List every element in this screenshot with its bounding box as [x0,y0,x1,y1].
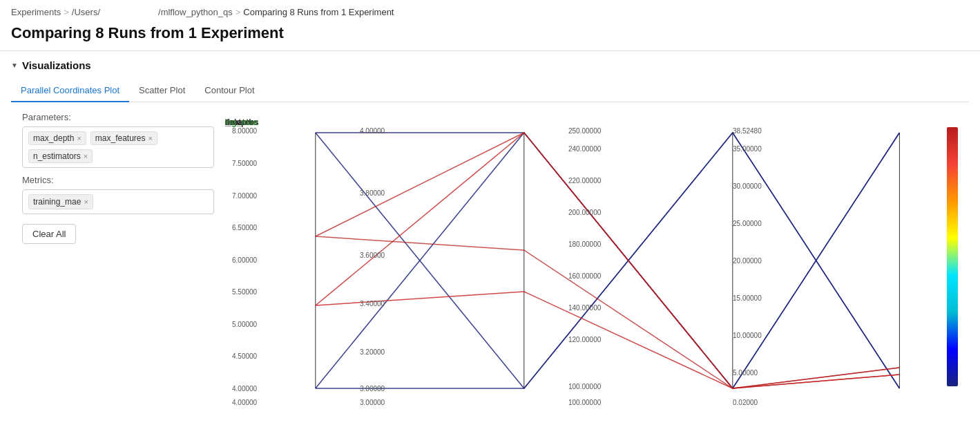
metrics-input-box[interactable]: training_mae × [22,189,214,214]
breadcrumb-sep1: > [64,7,69,17]
parallel-coords-svg [232,112,962,409]
tag-max-features[interactable]: max_features × [90,131,157,145]
tag-n-estimators[interactable]: n_estimators × [28,149,93,163]
tag-max-features-remove[interactable]: × [148,134,153,142]
tag-n-estimators-label: n_estimators [33,151,81,161]
breadcrumb: Experiments > /Users/ /mlflow_python_qs … [0,0,980,21]
tab-contour-plot[interactable]: Contour Plot [195,79,264,102]
sidebar: Parameters: max_depth × max_features × n… [11,112,225,409]
tag-max-depth-label: max_depth [33,133,74,143]
clear-all-button[interactable]: Clear All [22,224,76,244]
tabs-container: Parallel Coordinates Plot Scatter Plot C… [11,79,969,102]
tag-n-estimators-remove[interactable]: × [84,152,88,160]
section-arrow-icon: ▼ [11,62,18,69]
tag-max-depth[interactable]: max_depth × [28,131,86,145]
tag-max-features-label: max_features [95,133,146,143]
chart-area: max_depth max_features n_estimators trai… [225,112,969,409]
tag-training-mae[interactable]: training_mae × [28,194,93,209]
parallel-coords-plot: max_depth max_features n_estimators trai… [232,112,962,409]
tab-scatter-plot[interactable]: Scatter Plot [129,79,195,102]
metrics-label: Metrics: [22,175,214,185]
colorscale-gradient [947,127,958,386]
main-content: Parameters: max_depth × max_features × n… [11,112,969,409]
breadcrumb-users[interactable]: /Users/ [72,7,155,17]
section-header-visualizations[interactable]: ▼ Visualizations [11,59,969,71]
visualizations-section: ▼ Visualizations Parallel Coordinates Pl… [0,51,980,409]
tag-training-mae-label: training_mae [33,197,81,207]
parameters-input-box[interactable]: max_depth × max_features × n_estimators … [22,126,214,168]
breadcrumb-sep3: > [236,7,241,17]
tag-max-depth-remove[interactable]: × [77,134,81,142]
section-visualizations-label: Visualizations [22,59,91,71]
breadcrumb-experiments[interactable]: Experiments [11,7,61,17]
breadcrumb-current: Comparing 8 Runs from 1 Experiment [243,7,394,17]
tag-training-mae-remove[interactable]: × [84,198,88,206]
breadcrumb-mlflow[interactable]: /mlflow_python_qs [158,7,233,17]
colorscale-bar [947,127,962,386]
page-title: Comparing 8 Runs from 1 Experiment [0,21,980,51]
tab-parallel-coordinates[interactable]: Parallel Coordinates Plot [11,79,129,102]
parameters-label: Parameters: [22,112,214,122]
